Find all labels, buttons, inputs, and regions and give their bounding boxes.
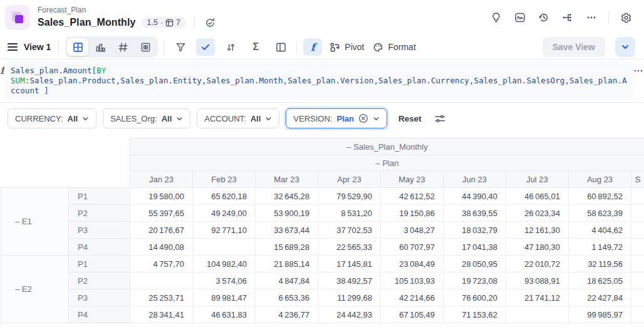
cell[interactable]: 20 176,67 <box>130 222 193 239</box>
save-view-caret-button[interactable] <box>615 37 635 57</box>
cell[interactable]: 76 600,20 <box>444 289 506 306</box>
more-ellipsis-icon[interactable] <box>582 8 601 27</box>
product-header[interactable]: P3 <box>69 222 130 239</box>
cell[interactable]: 65 620,18 <box>193 188 256 205</box>
number-view-button[interactable] <box>112 38 133 56</box>
cell[interactable] <box>506 306 569 323</box>
formula-more-icon[interactable] <box>633 66 643 102</box>
formula-editor[interactable]: Sales_plan.Amount[BY SUM:Sales_plan.Prod… <box>4 61 633 100</box>
cell[interactable]: 19 580,00 <box>130 188 193 205</box>
cell[interactable]: 22 565,33 <box>318 239 381 256</box>
version-badge[interactable]: 1.5 · 7 <box>142 17 187 28</box>
lightbulb-icon[interactable] <box>487 8 506 27</box>
filter-chip-currency[interactable]: CURRENCY: All <box>8 108 96 128</box>
cell[interactable]: 4 847,84 <box>256 272 318 289</box>
formula-f-button[interactable]: f <box>303 38 322 56</box>
cell[interactable] <box>193 239 256 256</box>
product-header[interactable]: P2 <box>69 205 130 222</box>
cell[interactable]: 17 145,81 <box>318 256 381 272</box>
cell[interactable]: 38 492,57 <box>318 272 381 289</box>
cell[interactable]: 44 390,40 <box>444 188 506 205</box>
product-header[interactable]: P2 <box>69 272 130 289</box>
breadcrumb[interactable]: Forecast_Plan <box>38 6 217 15</box>
cell[interactable]: 3 048,27 <box>381 222 444 239</box>
product-header[interactable]: P1 <box>69 188 130 205</box>
cell[interactable]: 89 981,47 <box>193 289 256 306</box>
cell-partial[interactable] <box>631 239 644 256</box>
filter-funnel-icon[interactable] <box>171 38 190 56</box>
cell[interactable]: 22 010,72 <box>506 256 569 272</box>
view-name[interactable]: View 1 <box>24 42 51 52</box>
cell-partial[interactable] <box>631 289 644 306</box>
band-sales-plan-monthly[interactable]: – Sales_Plan_Monthly <box>130 138 644 155</box>
cell-partial[interactable] <box>631 205 644 222</box>
cell-partial[interactable] <box>631 188 644 205</box>
cell[interactable]: 19 150,86 <box>381 205 444 222</box>
cell[interactable]: 28 050,95 <box>444 256 506 272</box>
cell-partial[interactable] <box>631 222 644 239</box>
cell[interactable]: 46 065,01 <box>506 188 569 205</box>
cell[interactable]: 17 041,38 <box>444 239 506 256</box>
cell[interactable]: 67 105,49 <box>381 306 444 323</box>
cell[interactable]: 25 253,71 <box>130 289 193 306</box>
app-logo[interactable] <box>5 5 30 30</box>
cell[interactable]: 55 397,65 <box>130 205 193 222</box>
cell[interactable]: 99 985,97 <box>569 306 631 323</box>
cell[interactable]: 58 623,39 <box>569 205 631 222</box>
cell[interactable]: 11 299,68 <box>318 289 381 306</box>
lineage-icon[interactable] <box>558 8 577 27</box>
cell-partial[interactable] <box>631 256 644 272</box>
cell[interactable]: 21 741,12 <box>506 289 569 306</box>
table-view-button[interactable] <box>67 38 88 56</box>
product-header[interactable]: P3 <box>69 289 130 306</box>
filter-chip-account[interactable]: ACCOUNT: All <box>197 108 279 128</box>
cell[interactable]: 37 702,53 <box>318 222 381 239</box>
band-plan[interactable]: – Plan <box>130 155 644 171</box>
cell[interactable]: 49 249,00 <box>193 205 256 222</box>
cell[interactable]: 33 673,44 <box>256 222 318 239</box>
cell[interactable]: 23 084,49 <box>381 256 444 272</box>
cell[interactable] <box>130 272 193 289</box>
cell[interactable]: 4 757,70 <box>130 256 193 272</box>
entity-header-e1[interactable]: – E1 <box>1 188 69 256</box>
cell[interactable]: 42 612,52 <box>381 188 444 205</box>
cell[interactable]: 38 639,55 <box>444 205 506 222</box>
cell[interactable]: 93 088,91 <box>506 272 569 289</box>
cell[interactable]: 32 645,28 <box>256 188 318 205</box>
product-header[interactable]: P4 <box>69 239 130 256</box>
cell[interactable]: 19 723,08 <box>444 272 506 289</box>
product-header[interactable]: P1 <box>69 256 130 272</box>
format-button[interactable]: Format <box>371 39 417 55</box>
filter-chip-version[interactable]: VERSION: Plan <box>286 108 387 128</box>
cell[interactable]: 105 103,93 <box>381 272 444 289</box>
cell[interactable]: 24 442,93 <box>318 306 381 323</box>
cell[interactable]: 12 161,30 <box>506 222 569 239</box>
cell-partial[interactable] <box>631 272 644 289</box>
cell[interactable]: 4 236,77 <box>256 306 318 323</box>
reset-filters-button[interactable]: Reset <box>398 114 422 123</box>
filter-chip-salesorg[interactable]: SALES_Org: All <box>103 108 190 128</box>
product-header[interactable]: P4 <box>69 306 130 323</box>
cell[interactable]: 21 885,14 <box>256 256 318 272</box>
cell[interactable]: 71 153,62 <box>444 306 506 323</box>
cell[interactable]: 6 653,36 <box>256 289 318 306</box>
cell[interactable]: 60 707,97 <box>381 239 444 256</box>
cell[interactable]: 60 892,52 <box>569 188 631 205</box>
cell[interactable]: 4 404,62 <box>569 222 631 239</box>
cell[interactable]: 47 180,30 <box>506 239 569 256</box>
sigma-icon[interactable]: Σ <box>246 38 265 56</box>
cell[interactable]: 14 490,08 <box>130 239 193 256</box>
cell[interactable]: 22 427,84 <box>569 289 631 306</box>
history-icon[interactable] <box>534 8 553 27</box>
monitor-pulse-icon[interactable] <box>511 8 529 27</box>
cell[interactable]: 46 631,83 <box>193 306 256 323</box>
cell[interactable]: 42 214,66 <box>381 289 444 306</box>
pivot-button[interactable]: Pivot <box>328 39 365 55</box>
filter-sliders-icon[interactable] <box>434 113 446 125</box>
cell[interactable]: 92 771,10 <box>193 222 256 239</box>
remove-circle-icon[interactable] <box>358 113 368 123</box>
cell[interactable]: 15 689,28 <box>256 239 318 256</box>
cell[interactable]: 1 149,72 <box>569 239 631 256</box>
cell-partial[interactable] <box>631 306 644 323</box>
gear-icon[interactable] <box>616 8 635 27</box>
